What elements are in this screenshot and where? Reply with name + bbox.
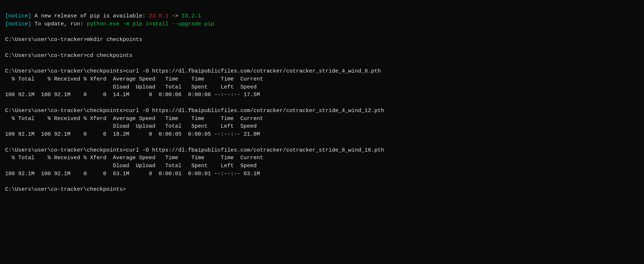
terminal-line: [notice] To update, run: python.exe -m p… <box>5 20 639 28</box>
terminal-line: Dload Upload Total Spent Left Speed <box>5 83 639 91</box>
terminal-line: C:\Users\user\co-tracker\checkpoints>cur… <box>5 107 639 115</box>
terminal-window: [notice] A new release of pip is availab… <box>5 4 639 194</box>
terminal-line: C:\Users\user\co-tracker\checkpoints> <box>5 186 639 194</box>
terminal-line: [notice] A new release of pip is availab… <box>5 12 639 20</box>
terminal-line: C:\Users\user\co-tracker>cd checkpoints <box>5 52 639 60</box>
terminal-line <box>5 59 639 67</box>
terminal-line: 100 92.1M 100 92.1M 0 0 14.1M 0 0:00:06 … <box>5 91 639 99</box>
terminal-line: % Total % Received % Xferd Average Speed… <box>5 115 639 123</box>
terminal-line: C:\Users\user\co-tracker\checkpoints>cur… <box>5 67 639 75</box>
terminal-line: Dload Upload Total Spent Left Speed <box>5 162 639 170</box>
terminal-line: C:\Users\user\co-tracker\checkpoints>cur… <box>5 147 639 154</box>
terminal-line <box>5 178 639 186</box>
terminal-line: 100 92.1M 100 92.1M 0 0 63.1M 0 0:00:01 … <box>5 170 639 178</box>
terminal-line: Dload Upload Total Spent Left Speed <box>5 123 639 131</box>
terminal-line: % Total % Received % Xferd Average Speed… <box>5 75 639 83</box>
terminal-line <box>5 28 639 36</box>
terminal-line <box>5 139 639 147</box>
terminal-line: 100 92.1M 100 92.1M 0 0 18.2M 0 0:00:05 … <box>5 131 639 139</box>
terminal-line: % Total % Received % Xferd Average Speed… <box>5 154 639 162</box>
terminal-line: C:\Users\user\co-tracker>mkdir checkpoin… <box>5 36 639 44</box>
terminal-line <box>5 44 639 52</box>
terminal-line <box>5 99 639 107</box>
